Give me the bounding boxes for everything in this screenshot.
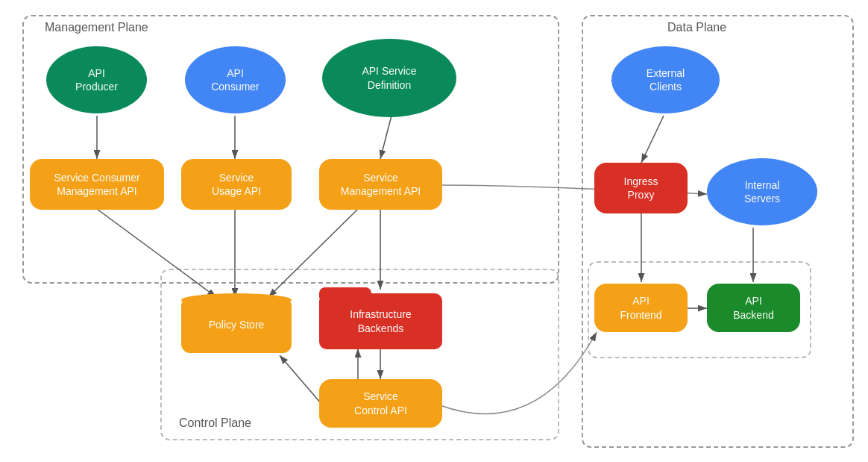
service-consumer-mgmt-node: Service ConsumerManagement API — [30, 159, 164, 210]
api-frontend-label: APIFrontend — [620, 294, 661, 321]
api-backend-node: APIBackend — [707, 284, 800, 332]
api-frontend-node: APIFrontend — [594, 284, 688, 332]
data-plane-label: Data Plane — [667, 21, 726, 34]
external-clients-node: ExternalClients — [611, 46, 720, 113]
ingress-proxy-label: IngressProxy — [624, 175, 658, 202]
control-plane-label: Control Plane — [179, 416, 251, 430]
service-mgmt-api-label: ServiceManagement API — [341, 171, 421, 198]
api-service-def-node: API ServiceDefinition — [322, 39, 456, 117]
policy-store-label: Policy Store — [209, 318, 265, 331]
internal-servers-label: InternalServers — [744, 178, 780, 205]
service-usage-api-node: ServiceUsage API — [181, 159, 292, 210]
external-clients-label: ExternalClients — [647, 66, 685, 93]
management-plane-label: Management Plane — [45, 21, 148, 34]
service-control-api-label: ServiceControl API — [354, 390, 407, 416]
infra-backends-label: InfrastructureBackends — [350, 308, 411, 334]
ingress-proxy-node: IngressProxy — [594, 163, 688, 213]
service-mgmt-api-node: ServiceManagement API — [319, 159, 442, 210]
api-producer-node: APIProducer — [46, 46, 147, 113]
api-backend-label: APIBackend — [733, 294, 773, 321]
service-control-api-node: ServiceControl API — [319, 379, 442, 428]
api-consumer-label: APIConsumer — [211, 66, 260, 93]
diagram-container: Management Plane Data Plane Control Plan… — [0, 0, 868, 462]
api-producer-label: APIProducer — [75, 66, 118, 93]
service-consumer-mgmt-label: Service ConsumerManagement API — [54, 171, 139, 198]
infra-backends-node: InfrastructureBackends — [319, 293, 442, 349]
service-usage-api-label: ServiceUsage API — [212, 171, 261, 198]
api-consumer-node: APIConsumer — [185, 46, 286, 113]
internal-servers-node: InternalServers — [707, 158, 817, 225]
api-service-def-label: API ServiceDefinition — [362, 64, 416, 91]
